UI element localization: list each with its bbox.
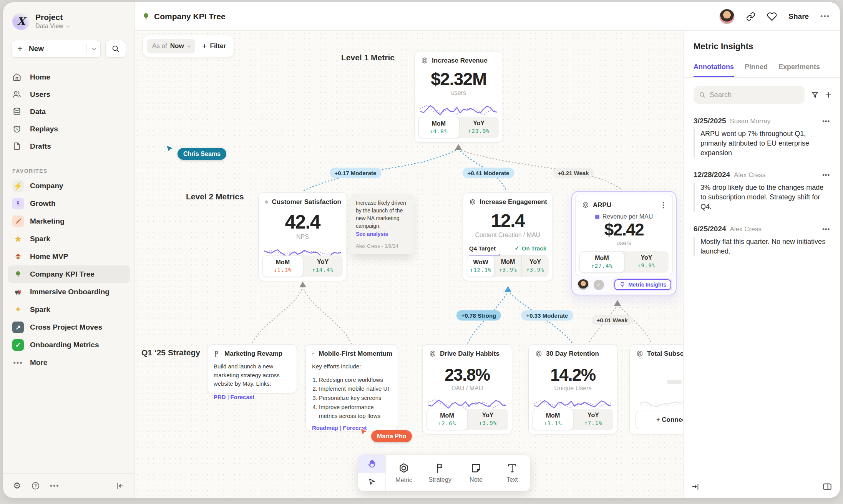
annotations-search[interactable] — [694, 86, 805, 104]
sidebar-item-spark[interactable]: ★ Spark — [8, 230, 130, 248]
annotation-menu-icon[interactable]: ••• — [822, 172, 830, 179]
strategy-effort-list: Redesign core workflows Implement mobile… — [306, 371, 398, 421]
sidebar-item-replays[interactable]: Replays — [8, 120, 130, 138]
share-button[interactable]: Share — [788, 12, 809, 21]
metric-hexagon-icon — [265, 198, 269, 206]
edge-label-moderate: +0.33 Moderate — [521, 310, 573, 321]
as-of-selector[interactable]: As of Now — [147, 39, 195, 53]
new-button[interactable]: + New — [12, 40, 101, 58]
sidebar-item-company-kpi-tree[interactable]: Company KPI Tree — [8, 265, 130, 283]
metric-card-30-day-retention[interactable]: 30 Day Retention 14.2% Unique Users MoM↑… — [528, 344, 617, 434]
annotation-text: ARPU went up 7% throughout Q1, primarily… — [694, 129, 830, 158]
roadmap-link[interactable]: Roadmap — [312, 424, 338, 431]
metric-insights-button[interactable]: Metric Insights — [614, 279, 671, 290]
filter-funnel-icon[interactable] — [811, 91, 819, 99]
sidebar-item-home-mvp[interactable]: Home MVP — [8, 248, 130, 265]
sidebar-item-marketing[interactable]: Marketing — [8, 212, 130, 230]
sidebar-item-drafts[interactable]: Drafts — [8, 138, 130, 155]
note-tool-button[interactable]: Note — [458, 455, 494, 491]
help-icon[interactable]: ? — [31, 481, 40, 490]
annotation-text: Mostly flat this quarter. No new initiat… — [694, 237, 830, 256]
metric-card-drive-daily-habits[interactable]: Drive Daily Habbits 23.8% DAU / MAU MoM↑… — [422, 344, 512, 434]
sidebar-item-spark-2[interactable]: ✦ Spark — [8, 301, 130, 318]
tab-annotations[interactable]: Annotations — [694, 63, 734, 77]
metric-unit: DAU / MAU — [423, 385, 512, 392]
metric-value: 14.2% — [529, 366, 617, 384]
connect-metric-button[interactable]: + Connect — [635, 411, 683, 429]
more-options-icon[interactable]: ••• — [50, 482, 60, 490]
tab-experiments[interactable]: Experiments — [778, 63, 820, 77]
add-annotation-icon[interactable]: + — [825, 89, 831, 101]
sidebar-item-cross-project-moves[interactable]: ↗ Cross Project Moves — [8, 318, 130, 336]
stat-mom: MoM↓1.3% — [262, 255, 303, 277]
prd-link[interactable]: PRD — [214, 394, 226, 400]
stat-wow: WoW↑12.3% — [467, 255, 495, 277]
annotation-item[interactable]: 12/28/2024 Alex Cress ••• 3% drop likely… — [684, 158, 840, 211]
chevron-down-icon — [187, 44, 191, 48]
search-button[interactable] — [105, 40, 126, 58]
favorite-heart-icon[interactable] — [767, 12, 777, 22]
sidebar-item-growth[interactable]: Growth — [8, 195, 130, 212]
add-filter-button[interactable]: + Filter — [202, 41, 226, 51]
sidebar-item-onboarding-metrics[interactable]: ✓ Onboarding Metrics — [8, 336, 130, 354]
strategy-card-mobile-first-momentum[interactable]: Mobile-First Momentum Key efforts includ… — [305, 344, 398, 431]
collapse-panel-icon[interactable] — [691, 482, 700, 491]
annotation-note-card[interactable]: Increase likely driven by the launch of … — [350, 194, 414, 254]
settings-gear-icon[interactable]: ⚙ — [13, 481, 21, 491]
forecast-link[interactable]: Forecast — [231, 394, 255, 400]
live-cursor-maria — [359, 427, 369, 437]
database-icon — [12, 107, 22, 116]
metric-card-arpu-selected[interactable]: ARPU ⋮ Revenue per MAU $2.42 users MoM↑2… — [571, 191, 677, 295]
collapse-sidebar-icon[interactable] — [116, 482, 124, 490]
check-icon: ✓ — [12, 339, 24, 351]
more-menu-icon[interactable]: ••• — [820, 12, 830, 20]
user-avatar[interactable] — [719, 9, 735, 24]
annotation-item[interactable]: 3/25/2025 Susan Murray ••• ARPU went up … — [684, 104, 840, 158]
sparkline-chart — [640, 392, 683, 411]
draft-file-icon — [12, 142, 22, 151]
house-icon — [12, 251, 24, 262]
hand-tool-button[interactable] — [358, 455, 385, 473]
metric-tool-button[interactable]: Metric — [386, 455, 422, 491]
sidebar-item-home[interactable]: Home — [8, 68, 130, 86]
check-icon: ✓ — [514, 245, 519, 252]
sidebar-item-company[interactable]: ⚡ Company — [8, 177, 130, 195]
metric-card-total-subscriptions[interactable]: Total Subscriptions + Connect — [629, 344, 683, 434]
metric-unit: Content Creation / MAU — [463, 232, 553, 239]
sidebar-item-immersive-onboarding[interactable]: Immersive Onboarding — [8, 283, 130, 301]
stat-mom: MoM↑27.4% — [579, 251, 624, 273]
split-view-icon[interactable] — [822, 482, 832, 492]
sidebar-item-more[interactable]: ••• More — [8, 354, 130, 371]
text-tool-button[interactable]: Text — [494, 455, 530, 491]
strategy-tool-button[interactable]: Strategy — [422, 455, 458, 491]
tab-pinned[interactable]: Pinned — [745, 63, 768, 77]
card-title: Mobile-First Momentum — [319, 350, 392, 358]
annotation-item[interactable]: 6/25/2024 Alex Cress ••• Mostly flat thi… — [684, 212, 840, 256]
copy-link-icon[interactable] — [746, 12, 755, 21]
kpi-tree-canvas[interactable]: As of Now + Filter Level 1 Metric Level … — [135, 31, 683, 498]
metric-hexagon-icon — [469, 198, 476, 206]
metric-card-increase-revenue[interactable]: Increase Revenue $2.32M users MoM↑4.8% Y… — [414, 51, 503, 143]
cursor-label-maria: Maria Pho — [371, 433, 412, 440]
plus-icon: + — [17, 43, 23, 54]
sidebar-item-users[interactable]: Users — [8, 86, 130, 103]
metric-hexagon-icon — [535, 350, 543, 358]
metric-unit: users — [576, 240, 672, 247]
see-analysis-link[interactable]: See analysis — [356, 231, 409, 237]
card-menu-icon[interactable]: ⋮ — [660, 201, 667, 209]
annotation-menu-icon[interactable]: ••• — [822, 118, 830, 125]
metric-card-increase-engagement[interactable]: Increase Engagement 12.4 Content Creatio… — [463, 192, 553, 281]
select-tool-button[interactable] — [358, 473, 385, 491]
annotation-menu-icon[interactable]: ••• — [822, 226, 830, 233]
metric-card-customer-satisfaction[interactable]: Customer Satisfaction 42.4 NPS MoM↓1.3% … — [258, 192, 347, 281]
project-name: Project — [35, 13, 69, 22]
panel-tabs: Annotations Pinned Experiments — [684, 51, 840, 78]
level1-label: Level 1 Metric — [341, 53, 395, 62]
strategy-card-marketing-revamp[interactable]: Marketing Revamp Build and launch a new … — [207, 344, 297, 393]
target-label: Q4 Target — [469, 245, 496, 252]
sidebar-item-data[interactable]: Data — [8, 103, 130, 120]
rocket-icon — [12, 198, 24, 209]
star-icon: ★ — [12, 233, 24, 245]
search-input[interactable] — [710, 91, 799, 99]
workspace-switcher[interactable]: Data View — [35, 23, 69, 30]
